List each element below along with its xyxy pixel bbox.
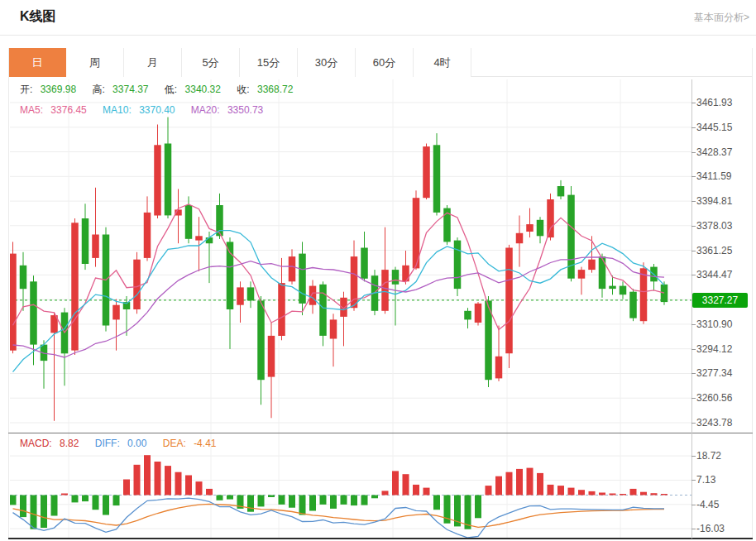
y-axis-label: -16.03 xyxy=(696,523,725,534)
y-axis-label: 3411.59 xyxy=(696,170,732,182)
axis-tick xyxy=(691,423,696,424)
ma5-line xyxy=(13,204,665,333)
axis-tick xyxy=(691,373,696,374)
tab-月[interactable]: 月 xyxy=(124,48,182,77)
axis-tick xyxy=(691,456,696,457)
ma5-value: 3376.45 xyxy=(50,104,86,116)
grid-layer xyxy=(10,79,691,433)
axis-tick xyxy=(691,103,696,103)
page-title: K线图 xyxy=(20,8,56,26)
y-axis-label: 3260.56 xyxy=(696,392,732,404)
chart-bottom-axis xyxy=(8,538,753,539)
tab-周[interactable]: 周 xyxy=(66,48,124,77)
axis-tick xyxy=(691,201,696,202)
dea-label: DEA: xyxy=(163,438,186,449)
tab-4时[interactable]: 4时 xyxy=(414,48,471,77)
low-value: 3340.32 xyxy=(185,84,221,95)
title-divider xyxy=(0,35,756,36)
interval-tabbar: 日周月5分15分30分60分4时 xyxy=(8,48,753,77)
y-axis-label: 3461.93 xyxy=(696,97,732,108)
tab-60分[interactable]: 60分 xyxy=(356,48,414,77)
axis-tick xyxy=(691,127,696,128)
axis-tick xyxy=(691,152,696,153)
y-axis-label: 3394.81 xyxy=(696,195,732,207)
tab-5分[interactable]: 5分 xyxy=(182,48,240,77)
diff-label: DIFF: xyxy=(95,438,120,449)
y-axis-label: 7.13 xyxy=(696,474,715,486)
axis-tick xyxy=(691,251,696,251)
y-axis-label: 3243.78 xyxy=(696,417,732,428)
ohlc-info-row: 开: 3369.98 高: 3374.37 低: 3340.32 收: 3368… xyxy=(20,83,298,97)
dea-line xyxy=(13,504,665,527)
y-axis-label: 3344.47 xyxy=(696,269,732,280)
axis-tick xyxy=(691,226,696,227)
diff-value: 0.00 xyxy=(127,438,146,449)
candles-layer xyxy=(10,117,667,421)
candlestick-chart[interactable] xyxy=(10,79,691,433)
ma20-value: 3350.73 xyxy=(227,104,263,116)
y-axis-line xyxy=(691,79,692,539)
ma-info-row: MA5: 3376.45 MA10: 3370.40 MA20: 3350.73 xyxy=(20,104,268,116)
axis-tick xyxy=(691,529,696,529)
dea-value: -4.41 xyxy=(194,438,216,449)
y-axis-label: -4.45 xyxy=(696,499,719,510)
y-axis-label: 3378.03 xyxy=(696,220,732,232)
tab-日[interactable]: 日 xyxy=(8,48,66,77)
y-axis-label: 3361.25 xyxy=(696,245,732,256)
fundamental-analysis-link[interactable]: 基本面分析> xyxy=(694,11,749,25)
tab-15分[interactable]: 15分 xyxy=(240,48,298,77)
macd-label: MACD: xyxy=(20,438,52,449)
current-price-tag: 3327.27 xyxy=(692,293,748,308)
y-axis-label: 3294.12 xyxy=(696,343,732,355)
panel-border-left xyxy=(8,48,9,539)
y-axis-label: 3428.37 xyxy=(696,146,732,158)
y-axis-label: 3445.15 xyxy=(696,122,732,133)
y-axis-label: 18.72 xyxy=(696,450,721,462)
close-label: 收: xyxy=(237,84,249,95)
ma10-line xyxy=(13,231,665,372)
low-label: 低: xyxy=(165,84,177,95)
close-value: 3368.72 xyxy=(257,84,293,95)
ma20-line xyxy=(13,257,665,357)
high-label: 高: xyxy=(92,84,104,95)
panel-border-right xyxy=(752,48,753,539)
macd-info-row: MACD: 8.82 DIFF: 0.00 DEA: -4.41 xyxy=(20,438,221,449)
axis-tick xyxy=(691,324,696,325)
axis-tick xyxy=(691,480,696,481)
macd-chart[interactable] xyxy=(10,433,691,539)
macd-value: 8.82 xyxy=(60,438,79,449)
open-label: 开: xyxy=(20,84,32,95)
ma20-label: MA20: xyxy=(191,104,220,116)
axis-tick xyxy=(691,505,696,505)
axis-tick xyxy=(691,275,696,275)
axis-tick xyxy=(691,398,696,399)
axis-tick xyxy=(691,176,696,177)
tab-30分[interactable]: 30分 xyxy=(298,48,356,77)
y-axis-label: 3277.34 xyxy=(696,367,732,379)
ma5-label: MA5: xyxy=(20,104,43,116)
axis-tick xyxy=(691,349,696,350)
high-value: 3374.37 xyxy=(112,84,148,95)
ma10-value: 3370.40 xyxy=(139,104,175,116)
y-axis-label: 3310.90 xyxy=(696,318,732,330)
panel-divider xyxy=(8,433,753,433)
ma10-label: MA10: xyxy=(103,104,132,116)
open-value: 3369.98 xyxy=(41,84,76,95)
